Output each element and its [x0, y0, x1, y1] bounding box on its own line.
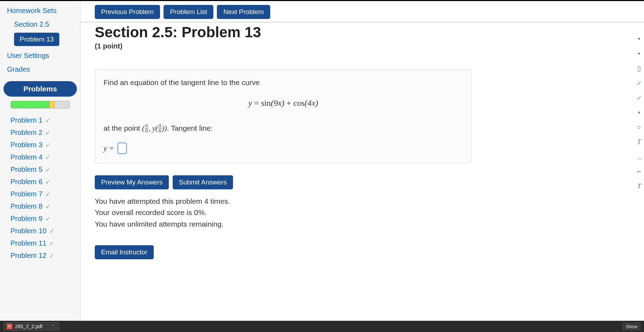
problem-item-3[interactable]: Problem 3 ✓	[0, 139, 80, 151]
status-remaining: You have unlimited attempts remaining.	[95, 219, 637, 230]
edge-icon-11[interactable]: T	[636, 183, 643, 190]
check-icon: ✓	[45, 117, 50, 124]
nav-section[interactable]: Section 2.5	[0, 18, 80, 31]
problem-list-button[interactable]: Problem List	[164, 5, 213, 19]
tangent-point-line: at the point (π6, y(π6)). Tangent line:	[104, 123, 463, 134]
problem-item-1[interactable]: Problem 1 ✓	[0, 114, 80, 126]
problem-item-12[interactable]: Problem 12 ✓	[0, 249, 80, 262]
problem-item-10[interactable]: Problem 10 ✓	[0, 225, 80, 237]
progress-bar	[11, 101, 70, 109]
edge-icon-2[interactable]: ▪	[636, 50, 643, 57]
problem-list: Problem 1 ✓Problem 2 ✓Problem 3 ✓Problem…	[0, 114, 80, 262]
status-block: You have attempted this problem 4 times.…	[95, 196, 637, 230]
download-bar: P 265_2_2.pdf ⌃ Show	[0, 321, 644, 332]
check-icon: ✓	[45, 179, 50, 185]
edge-check-icon[interactable]: ✓	[636, 79, 643, 86]
nav-homework-sets[interactable]: Homework Sets	[0, 4, 80, 18]
problem-nav-bar: Previous Problem Problem List Next Probl…	[95, 5, 637, 23]
check-icon: ✓	[49, 240, 54, 247]
problem-item-2[interactable]: Problem 2 ✓	[0, 126, 80, 139]
edge-icon-3[interactable]: ▯	[636, 65, 643, 72]
edge-icon-6[interactable]: ▪	[636, 109, 643, 116]
show-all-button[interactable]: Show	[623, 323, 640, 330]
problem-item-7[interactable]: Problem 7 ✓	[0, 188, 80, 200]
edge-icon-8[interactable]: T	[636, 138, 643, 145]
answer-line: y =	[104, 143, 463, 154]
problem-box: Find an equation of the tangent line to …	[95, 69, 472, 163]
problem-item-8[interactable]: Problem 8 ✓	[0, 200, 80, 213]
edge-icon-7[interactable]: ○	[636, 124, 643, 131]
edge-icon-1[interactable]: ▪	[636, 35, 643, 42]
progress-partial	[49, 101, 54, 108]
points-label: (1 point)	[95, 42, 637, 50]
check-icon: ✓	[45, 216, 50, 222]
problem-item-5[interactable]: Problem 5 ✓	[0, 163, 80, 176]
answer-input[interactable]	[118, 143, 127, 154]
check-icon: ✓	[45, 203, 50, 210]
preview-answers-button[interactable]: Preview My Answers	[95, 175, 169, 189]
nav-user-settings[interactable]: User Settings	[0, 49, 80, 63]
sidebar-cutoff-text: ▬▬▬▬	[0, 1, 80, 4]
check-icon: ✓	[49, 228, 54, 235]
check-icon: ✓	[45, 167, 50, 173]
main-content: Previous Problem Problem List Next Probl…	[81, 0, 644, 332]
next-problem-button[interactable]: Next Problem	[217, 5, 270, 19]
check-icon: ✓	[49, 253, 54, 259]
status-attempts: You have attempted this problem 4 times.	[95, 196, 637, 207]
edge-icon-10[interactable]: ⌐	[636, 168, 643, 175]
action-buttons: Preview My Answers Submit Answers	[95, 175, 637, 189]
nav-grades[interactable]: Grades	[0, 63, 80, 76]
caret-up-icon[interactable]: ⌃	[52, 324, 55, 329]
check-icon: ✓	[45, 130, 50, 136]
problem-equation: y = sin(9x) + cos(4x)	[104, 98, 463, 108]
problems-header[interactable]: Problems	[4, 81, 77, 97]
check-icon: ✓	[45, 191, 50, 198]
problem-item-6[interactable]: Problem 6 ✓	[0, 176, 80, 188]
pdf-icon: P	[7, 324, 12, 329]
edge-icon-9[interactable]: ⎵	[636, 153, 643, 160]
answer-prefix: y =	[104, 144, 114, 153]
window-top-border	[0, 0, 644, 1]
progress-complete	[11, 101, 49, 108]
problem-item-11[interactable]: Problem 11 ✓	[0, 237, 80, 249]
problem-item-9[interactable]: Problem 9 ✓	[0, 213, 80, 225]
previous-problem-button[interactable]: Previous Problem	[95, 5, 160, 19]
download-item[interactable]: P 265_2_2.pdf ⌃	[4, 322, 59, 331]
status-score: Your overall recorded score is 0%.	[95, 207, 637, 219]
check-icon: ✓	[45, 154, 50, 161]
download-filename: 265_2_2.pdf	[15, 324, 42, 329]
submit-answers-button[interactable]: Submit Answers	[173, 175, 233, 189]
email-instructor-button[interactable]: Email Instructor	[95, 245, 154, 259]
progress-remaining	[54, 101, 69, 108]
sidebar: ▬▬▬▬ Homework Sets Section 2.5 Problem 1…	[0, 0, 81, 332]
problem-prompt: Find an equation of the tangent line to …	[104, 77, 463, 89]
right-edge-icons: ▪ ▪ ▯ ✓ ✓ ▪ ○ T ⎵ ⌐ T	[634, 35, 644, 190]
page-title: Section 2.5: Problem 13	[95, 24, 637, 41]
nav-current-problem[interactable]: Problem 13	[14, 33, 59, 46]
edge-check2-icon[interactable]: ✓	[636, 94, 643, 101]
problem-item-4[interactable]: Problem 4 ✓	[0, 151, 80, 163]
check-icon: ✓	[45, 142, 50, 149]
